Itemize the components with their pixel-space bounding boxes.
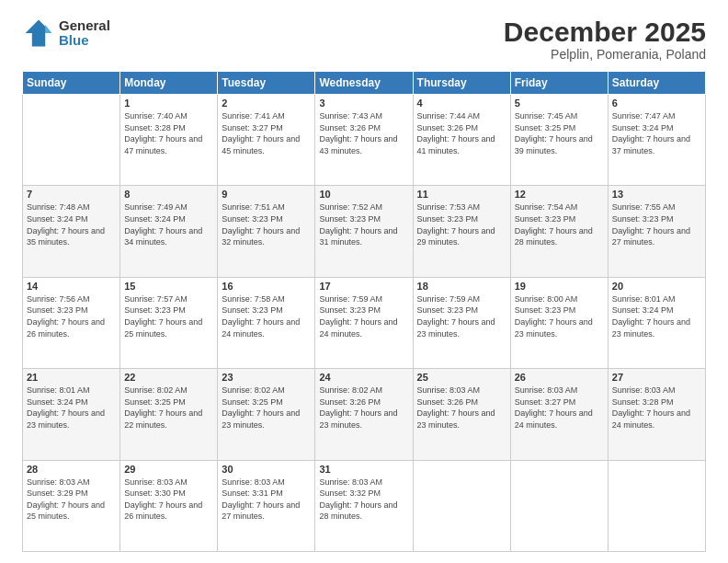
- logo-general-label: General: [59, 18, 110, 34]
- calendar-cell: 9 Sunrise: 7:51 AMSunset: 3:23 PMDayligh…: [218, 186, 315, 277]
- day-number: 24: [319, 372, 408, 383]
- day-info: Sunrise: 8:03 AMSunset: 3:29 PMDaylight:…: [27, 477, 105, 522]
- main-title: December 2025: [504, 17, 706, 47]
- calendar-cell: 31 Sunrise: 8:03 AMSunset: 3:32 PMDaylig…: [315, 460, 413, 551]
- logo-blue-label: Blue: [59, 33, 110, 49]
- calendar-cell: [510, 460, 608, 551]
- calendar-table: Sunday Monday Tuesday Wednesday Thursday…: [22, 71, 706, 552]
- day-info: Sunrise: 8:00 AMSunset: 3:23 PMDaylight:…: [515, 294, 593, 339]
- day-info: Sunrise: 7:57 AMSunset: 3:23 PMDaylight:…: [124, 294, 202, 339]
- calendar-cell: 4 Sunrise: 7:44 AMSunset: 3:26 PMDayligh…: [413, 95, 510, 186]
- calendar-cell: 24 Sunrise: 8:02 AMSunset: 3:26 PMDaylig…: [315, 369, 413, 460]
- day-number: 1: [124, 98, 213, 109]
- day-number: 10: [319, 189, 408, 200]
- day-number: 3: [319, 98, 408, 109]
- day-info: Sunrise: 7:56 AMSunset: 3:23 PMDaylight:…: [27, 294, 105, 339]
- day-info: Sunrise: 8:01 AMSunset: 3:24 PMDaylight:…: [27, 385, 105, 430]
- calendar-cell: 6 Sunrise: 7:47 AMSunset: 3:24 PMDayligh…: [608, 95, 705, 186]
- day-number: 15: [124, 281, 213, 292]
- weekday-header-row: Sunday Monday Tuesday Wednesday Thursday…: [23, 72, 706, 95]
- calendar-cell: 25 Sunrise: 8:03 AMSunset: 3:26 PMDaylig…: [413, 369, 510, 460]
- day-info: Sunrise: 8:02 AMSunset: 3:25 PMDaylight:…: [222, 385, 300, 430]
- day-info: Sunrise: 8:02 AMSunset: 3:25 PMDaylight:…: [124, 385, 202, 430]
- calendar-cell: 30 Sunrise: 8:03 AMSunset: 3:31 PMDaylig…: [218, 460, 315, 551]
- day-number: 13: [612, 189, 701, 200]
- day-info: Sunrise: 8:03 AMSunset: 3:28 PMDaylight:…: [612, 385, 690, 430]
- header-tuesday: Tuesday: [218, 72, 315, 95]
- logo: General Blue: [22, 17, 110, 50]
- day-info: Sunrise: 7:58 AMSunset: 3:23 PMDaylight:…: [222, 294, 300, 339]
- week-row-1: 7 Sunrise: 7:48 AMSunset: 3:24 PMDayligh…: [23, 186, 706, 277]
- day-number: 26: [515, 372, 604, 383]
- day-number: 25: [417, 372, 506, 383]
- day-number: 5: [515, 98, 604, 109]
- logo-text: General Blue: [59, 18, 110, 49]
- day-number: 18: [417, 281, 506, 292]
- calendar-cell: 17 Sunrise: 7:59 AMSunset: 3:23 PMDaylig…: [315, 277, 413, 368]
- day-info: Sunrise: 8:03 AMSunset: 3:26 PMDaylight:…: [417, 385, 495, 430]
- day-info: Sunrise: 7:51 AMSunset: 3:23 PMDaylight:…: [222, 202, 300, 247]
- sub-title: Pelplin, Pomerania, Poland: [504, 47, 706, 62]
- day-info: Sunrise: 7:41 AMSunset: 3:27 PMDaylight:…: [222, 111, 300, 155]
- day-number: 22: [124, 372, 213, 383]
- week-row-2: 14 Sunrise: 7:56 AMSunset: 3:23 PMDaylig…: [23, 277, 706, 368]
- logo-icon: [22, 17, 55, 50]
- day-number: 9: [222, 189, 311, 200]
- day-number: 2: [222, 98, 311, 109]
- week-row-3: 21 Sunrise: 8:01 AMSunset: 3:24 PMDaylig…: [23, 369, 706, 460]
- day-info: Sunrise: 7:44 AMSunset: 3:26 PMDaylight:…: [417, 111, 495, 155]
- calendar-cell: 15 Sunrise: 7:57 AMSunset: 3:23 PMDaylig…: [120, 277, 218, 368]
- week-row-0: 1 Sunrise: 7:40 AMSunset: 3:28 PMDayligh…: [23, 95, 706, 186]
- header-friday: Friday: [510, 72, 608, 95]
- calendar-cell: [23, 95, 120, 186]
- calendar-cell: 22 Sunrise: 8:02 AMSunset: 3:25 PMDaylig…: [120, 369, 218, 460]
- calendar-cell: 29 Sunrise: 8:03 AMSunset: 3:30 PMDaylig…: [120, 460, 218, 551]
- week-row-4: 28 Sunrise: 8:03 AMSunset: 3:29 PMDaylig…: [23, 460, 706, 551]
- day-number: 19: [515, 281, 604, 292]
- day-number: 4: [417, 98, 506, 109]
- day-info: Sunrise: 8:03 AMSunset: 3:27 PMDaylight:…: [515, 385, 593, 430]
- day-number: 6: [612, 98, 701, 109]
- day-number: 12: [515, 189, 604, 200]
- header-monday: Monday: [120, 72, 218, 95]
- calendar-cell: [608, 460, 705, 551]
- header-sunday: Sunday: [23, 72, 120, 95]
- day-number: 28: [27, 464, 116, 475]
- day-number: 16: [222, 281, 311, 292]
- calendar-cell: 19 Sunrise: 8:00 AMSunset: 3:23 PMDaylig…: [510, 277, 608, 368]
- calendar-cell: 10 Sunrise: 7:52 AMSunset: 3:23 PMDaylig…: [315, 186, 413, 277]
- calendar-cell: 26 Sunrise: 8:03 AMSunset: 3:27 PMDaylig…: [510, 369, 608, 460]
- day-info: Sunrise: 7:47 AMSunset: 3:24 PMDaylight:…: [612, 111, 690, 155]
- day-info: Sunrise: 7:49 AMSunset: 3:24 PMDaylight:…: [124, 202, 202, 247]
- calendar-cell: 18 Sunrise: 7:59 AMSunset: 3:23 PMDaylig…: [413, 277, 510, 368]
- calendar-cell: 23 Sunrise: 8:02 AMSunset: 3:25 PMDaylig…: [218, 369, 315, 460]
- calendar-cell: 14 Sunrise: 7:56 AMSunset: 3:23 PMDaylig…: [23, 277, 120, 368]
- day-number: 29: [124, 464, 213, 475]
- calendar-cell: 21 Sunrise: 8:01 AMSunset: 3:24 PMDaylig…: [23, 369, 120, 460]
- calendar-cell: 5 Sunrise: 7:45 AMSunset: 3:25 PMDayligh…: [510, 95, 608, 186]
- day-info: Sunrise: 8:03 AMSunset: 3:32 PMDaylight:…: [319, 477, 397, 522]
- calendar-cell: 11 Sunrise: 7:53 AMSunset: 3:23 PMDaylig…: [413, 186, 510, 277]
- title-block: December 2025 Pelplin, Pomerania, Poland: [504, 17, 706, 62]
- day-info: Sunrise: 7:59 AMSunset: 3:23 PMDaylight:…: [319, 294, 397, 339]
- page: General Blue December 2025 Pelplin, Pome…: [0, 0, 728, 563]
- day-info: Sunrise: 7:45 AMSunset: 3:25 PMDaylight:…: [515, 111, 593, 155]
- day-info: Sunrise: 8:03 AMSunset: 3:31 PMDaylight:…: [222, 477, 300, 522]
- calendar-cell: 1 Sunrise: 7:40 AMSunset: 3:28 PMDayligh…: [120, 95, 218, 186]
- day-number: 30: [222, 464, 311, 475]
- day-number: 11: [417, 189, 506, 200]
- day-info: Sunrise: 8:03 AMSunset: 3:30 PMDaylight:…: [124, 477, 202, 522]
- calendar-cell: 20 Sunrise: 8:01 AMSunset: 3:24 PMDaylig…: [608, 277, 705, 368]
- day-info: Sunrise: 8:01 AMSunset: 3:24 PMDaylight:…: [612, 294, 690, 339]
- day-info: Sunrise: 7:59 AMSunset: 3:23 PMDaylight:…: [417, 294, 495, 339]
- header-thursday: Thursday: [413, 72, 510, 95]
- calendar-cell: 3 Sunrise: 7:43 AMSunset: 3:26 PMDayligh…: [315, 95, 413, 186]
- calendar-cell: 13 Sunrise: 7:55 AMSunset: 3:23 PMDaylig…: [608, 186, 705, 277]
- day-info: Sunrise: 7:48 AMSunset: 3:24 PMDaylight:…: [27, 202, 105, 247]
- day-info: Sunrise: 8:02 AMSunset: 3:26 PMDaylight:…: [319, 385, 397, 430]
- calendar-cell: [413, 460, 510, 551]
- day-number: 21: [27, 372, 116, 383]
- header-wednesday: Wednesday: [315, 72, 413, 95]
- day-info: Sunrise: 7:53 AMSunset: 3:23 PMDaylight:…: [417, 202, 495, 247]
- calendar-cell: 2 Sunrise: 7:41 AMSunset: 3:27 PMDayligh…: [218, 95, 315, 186]
